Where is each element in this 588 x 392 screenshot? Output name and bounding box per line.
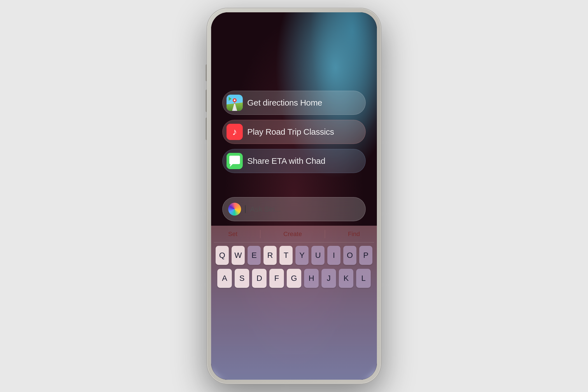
svg-text:♪: ♪	[232, 126, 237, 137]
maps-app-icon	[227, 95, 243, 111]
messages-app-icon	[227, 153, 243, 169]
suggestion-messages[interactable]: Share ETA with Chad	[222, 149, 366, 173]
key-K[interactable]: K	[339, 269, 353, 288]
shortcut-set[interactable]: Set	[223, 228, 243, 240]
key-P[interactable]: P	[359, 246, 372, 265]
key-I[interactable]: I	[327, 246, 340, 265]
key-J[interactable]: J	[321, 269, 336, 288]
key-U[interactable]: U	[311, 246, 325, 265]
key-Y[interactable]: Y	[295, 246, 309, 265]
shortcut-create[interactable]: Create	[278, 228, 307, 240]
key-row-1: Q W E R T Y U I O P	[216, 246, 372, 265]
svg-point-4	[234, 99, 235, 101]
key-E[interactable]: E	[248, 246, 261, 265]
messages-label: Share ETA with Chad	[247, 156, 325, 166]
directions-label: Get directions Home	[247, 98, 322, 108]
key-H[interactable]: H	[304, 269, 319, 288]
keyboard-shortcuts-row: Set Create Find	[214, 226, 374, 242]
key-W[interactable]: W	[232, 246, 245, 265]
key-A[interactable]: A	[217, 269, 232, 288]
key-S[interactable]: S	[235, 269, 249, 288]
siri-placeholder: Ask Siri...	[250, 205, 281, 214]
music-label: Play Road Trip Classics	[247, 127, 334, 137]
key-Q[interactable]: Q	[216, 246, 229, 265]
siri-cursor	[245, 205, 246, 213]
suggestion-music[interactable]: ♪ Play Road Trip Classics	[222, 120, 366, 144]
key-T[interactable]: T	[279, 246, 293, 265]
music-app-icon: ♪	[227, 124, 243, 140]
screen-content: Get directions Home ♪ Play Road Trip Cla…	[211, 12, 377, 380]
key-G[interactable]: G	[287, 269, 301, 288]
keyboard-rows: Q W E R T Y U I O P	[214, 242, 374, 288]
siri-icon	[228, 203, 241, 216]
key-row-2: A S D F G H J K L	[216, 269, 372, 288]
suggestion-directions[interactable]: Get directions Home	[222, 91, 366, 115]
keyboard-area: Set Create Find Q W E R	[211, 226, 377, 380]
shortcut-find[interactable]: Find	[342, 228, 365, 240]
key-F[interactable]: F	[269, 269, 284, 288]
phone-device: Get directions Home ♪ Play Road Trip Cla…	[207, 8, 381, 384]
phone-screen: Get directions Home ♪ Play Road Trip Cla…	[211, 12, 377, 380]
key-D[interactable]: D	[252, 269, 267, 288]
key-O[interactable]: O	[343, 246, 356, 265]
suggestions-area: Get directions Home ♪ Play Road Trip Cla…	[211, 91, 377, 173]
siri-bar[interactable]: Ask Siri...	[222, 197, 366, 221]
key-L[interactable]: L	[356, 269, 371, 288]
shortcut-divider-2	[325, 230, 325, 238]
shortcut-divider-1	[260, 230, 260, 238]
power-button[interactable]	[381, 81, 382, 109]
phone-frame: Get directions Home ♪ Play Road Trip Cla…	[207, 8, 381, 384]
key-R[interactable]: R	[263, 246, 277, 265]
